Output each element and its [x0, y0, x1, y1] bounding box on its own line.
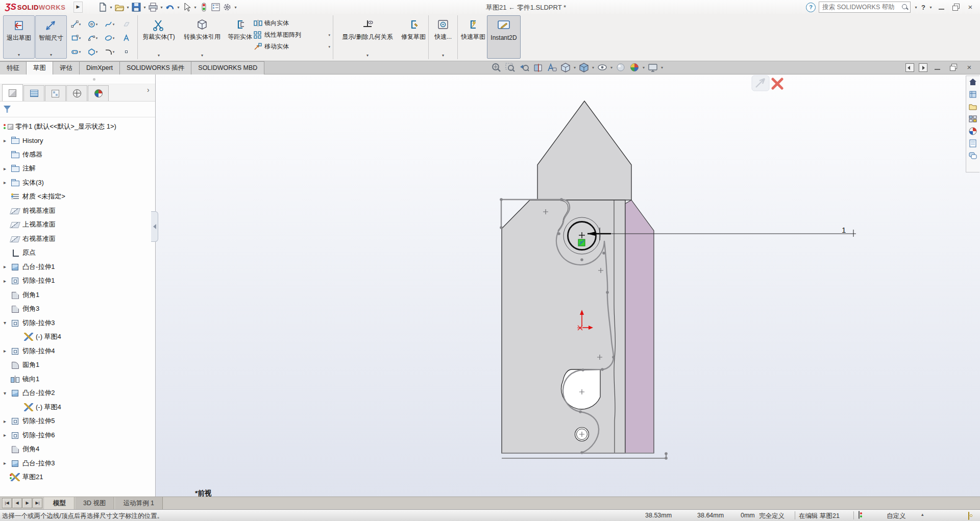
- search-input[interactable]: [819, 4, 902, 11]
- display-delete-relations-button[interactable]: 显示/删除几何关系 ▾: [335, 15, 400, 59]
- help-dropdown-caret[interactable]: ▾: [928, 5, 933, 10]
- tab-feature-manager[interactable]: [2, 84, 23, 101]
- select-cursor-icon[interactable]: [181, 2, 192, 13]
- solidworks-forum-icon[interactable]: [968, 151, 977, 160]
- tree-item-sketch4a[interactable]: (-) 草图4: [0, 330, 155, 344]
- tab-solidworks-mbd[interactable]: SOLIDWORKS MBD: [191, 61, 264, 75]
- options-traffic-icon[interactable]: [198, 2, 209, 13]
- trim-entities-button[interactable]: 剪裁实体(T) ▾: [140, 15, 178, 59]
- tree-item-cut-extrude3[interactable]: ▾ 切除-拉伸3: [0, 316, 155, 330]
- spline-tool-button[interactable]: ▾: [101, 17, 118, 31]
- tree-item-front-plane[interactable]: 前视基准面: [0, 204, 155, 218]
- previous-view-icon[interactable]: [519, 62, 530, 73]
- doc-close-button[interactable]: ×: [964, 63, 975, 72]
- dropdown-caret[interactable]: ▾: [610, 65, 612, 70]
- file-explorer-icon[interactable]: [968, 102, 977, 111]
- tab-display-manager[interactable]: [88, 85, 109, 101]
- apply-scene-icon[interactable]: [629, 62, 640, 73]
- tab-motion-study[interactable]: 运动算例 1: [114, 497, 162, 509]
- expand-arrow[interactable]: ▸: [4, 264, 11, 269]
- tab-property-manager[interactable]: [23, 85, 44, 101]
- polygon-tool-button[interactable]: ▾: [84, 45, 101, 59]
- units-caret[interactable]: ▴: [921, 512, 924, 517]
- text-tool-button[interactable]: [118, 31, 135, 45]
- solidworks-resources-home-icon[interactable]: [968, 78, 977, 87]
- dropdown-caret[interactable]: ▾: [126, 5, 130, 10]
- tree-item-history[interactable]: ▸ History: [0, 134, 155, 148]
- tree-item-solid-bodies[interactable]: ▸ 实体(3): [0, 176, 155, 190]
- doc-restore-button[interactable]: [948, 63, 959, 72]
- dropdown-caret[interactable]: ▾: [366, 53, 369, 59]
- zoom-to-area-icon[interactable]: [505, 62, 516, 73]
- search-dropdown-caret[interactable]: ▾: [914, 5, 918, 10]
- sketch-plane-tool-button[interactable]: [118, 17, 135, 31]
- model-canvas[interactable]: 1: [156, 75, 980, 497]
- dropdown-caret[interactable]: ▾: [201, 53, 203, 59]
- sketch-fillet-tool-button[interactable]: ▾: [101, 45, 118, 59]
- file-properties-icon[interactable]: [210, 2, 221, 13]
- status-traffic-light-icon[interactable]: [859, 511, 860, 518]
- tree-item-boss-extrude2[interactable]: ▾ 凸台-拉伸2: [0, 386, 155, 401]
- menu-flyout-button[interactable]: ▶: [74, 2, 83, 13]
- dropdown-caret[interactable]: ▾: [158, 53, 160, 59]
- corner-rectangle-tool-button[interactable]: ▾: [67, 31, 84, 45]
- status-units-selector[interactable]: 自定义: [887, 512, 906, 520]
- tree-item-chamfer3[interactable]: 倒角3: [0, 302, 155, 316]
- tree-item-fillet1[interactable]: 圆角1: [0, 358, 155, 373]
- tab-features[interactable]: 特征: [0, 61, 27, 75]
- tab-sketch[interactable]: 草图: [26, 61, 53, 75]
- tree-item-sketch21[interactable]: 草图21: [0, 470, 155, 485]
- expand-arrow[interactable]: ▸: [4, 180, 11, 185]
- view-palette-icon[interactable]: [968, 114, 977, 123]
- tree-item-mirror1[interactable]: 镜向1: [0, 372, 155, 386]
- tab-configuration-manager[interactable]: [45, 85, 66, 101]
- ellipse-tool-button[interactable]: ▾: [101, 31, 118, 45]
- instant2d-button[interactable]: Instant2D: [487, 15, 521, 59]
- dropdown-caret[interactable]: ▾: [79, 36, 81, 40]
- tree-item-cut-extrude4[interactable]: ▸ 切除-拉伸4: [0, 344, 155, 358]
- part-spike-face[interactable]: [537, 101, 631, 200]
- line-tool-button[interactable]: ▾: [67, 17, 84, 31]
- dropdown-caret[interactable]: ▾: [113, 22, 115, 27]
- expand-arrow[interactable]: ▸: [4, 138, 11, 143]
- dropdown-caret[interactable]: ▾: [176, 5, 181, 10]
- dropdown-caret[interactable]: ▾: [142, 5, 147, 10]
- tree-item-cut-extrude6[interactable]: ▸ 切除-拉伸6: [0, 428, 155, 442]
- expand-arrow[interactable]: ▸: [4, 166, 11, 171]
- tag-icon[interactable]: [968, 512, 969, 519]
- dropdown-caret[interactable]: ▾: [442, 53, 444, 59]
- cancel-sketch-icon[interactable]: [773, 79, 782, 88]
- tab-evaluate[interactable]: 评估: [53, 61, 80, 75]
- rapid-sketch-button[interactable]: 快速草图: [460, 15, 486, 59]
- offset-entities-button[interactable]: 等距实体: [227, 15, 253, 59]
- sketch-baseline[interactable]: [502, 454, 666, 458]
- view-settings-icon[interactable]: [647, 62, 658, 73]
- first-tab-button[interactable]: |◀: [2, 498, 12, 508]
- tree-item-chamfer4[interactable]: 倒角4: [0, 442, 155, 457]
- search-icon[interactable]: [902, 4, 908, 10]
- tree-item-boss-extrude1[interactable]: ▸ 凸台-拉伸1: [0, 260, 155, 274]
- design-library-icon[interactable]: [968, 90, 977, 99]
- dropdown-caret[interactable]: ▾: [113, 36, 115, 40]
- expand-arrow[interactable]: ▸: [4, 418, 11, 424]
- tree-item-cut-extrude1[interactable]: ▸ 切除-拉伸1: [0, 274, 155, 288]
- dropdown-caret[interactable]: ▾: [79, 50, 81, 54]
- search-box[interactable]: [819, 2, 911, 13]
- dropdown-caret[interactable]: ▾: [18, 53, 20, 58]
- dynamic-annotation-views-icon[interactable]: [546, 62, 557, 73]
- view-orientation-icon[interactable]: [560, 62, 571, 73]
- expand-arrow[interactable]: ▸: [4, 278, 11, 284]
- dropdown-caret[interactable]: ▾: [96, 50, 98, 54]
- tab-dimxpert-manager[interactable]: [66, 85, 87, 101]
- tree-item-sensors[interactable]: 传感器: [0, 147, 155, 162]
- panel-expand-chevron[interactable]: ›: [147, 86, 150, 94]
- dropdown-caret[interactable]: ▾: [109, 5, 113, 10]
- repair-sketch-button[interactable]: 修复草图: [401, 15, 426, 59]
- open-icon[interactable]: [114, 2, 125, 13]
- expand-arrow[interactable]: ▸: [4, 460, 11, 466]
- dropdown-caret[interactable]: ▾: [193, 5, 198, 10]
- smart-dimension-button[interactable]: 智能尺寸 ▾: [35, 15, 67, 59]
- confirmation-corner-icon[interactable]: [752, 76, 769, 91]
- panel-splitter-strip[interactable]: [0, 75, 155, 84]
- section-view-icon[interactable]: [532, 62, 544, 73]
